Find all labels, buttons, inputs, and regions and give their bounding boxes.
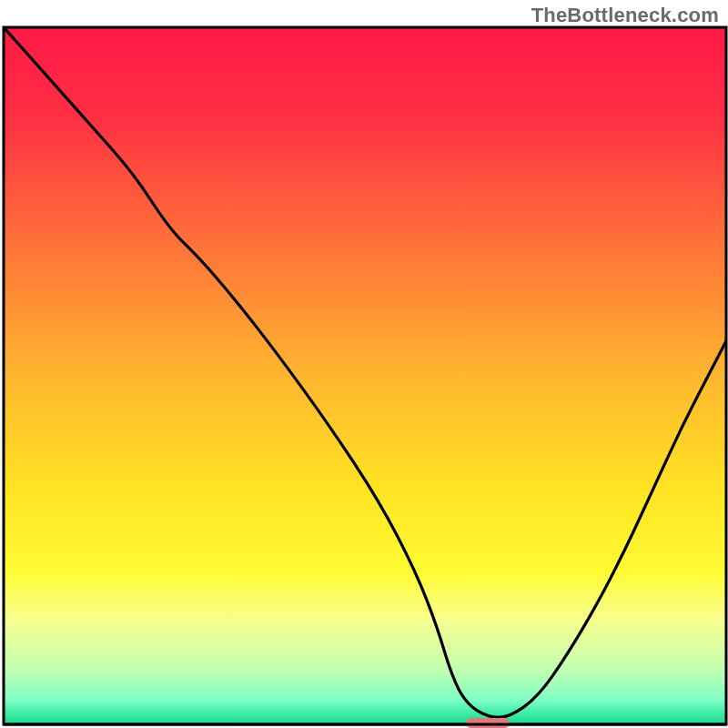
chart-container: TheBottleneck.com <box>0 0 728 728</box>
bottleneck-chart <box>0 0 728 728</box>
gradient-background <box>4 27 726 724</box>
